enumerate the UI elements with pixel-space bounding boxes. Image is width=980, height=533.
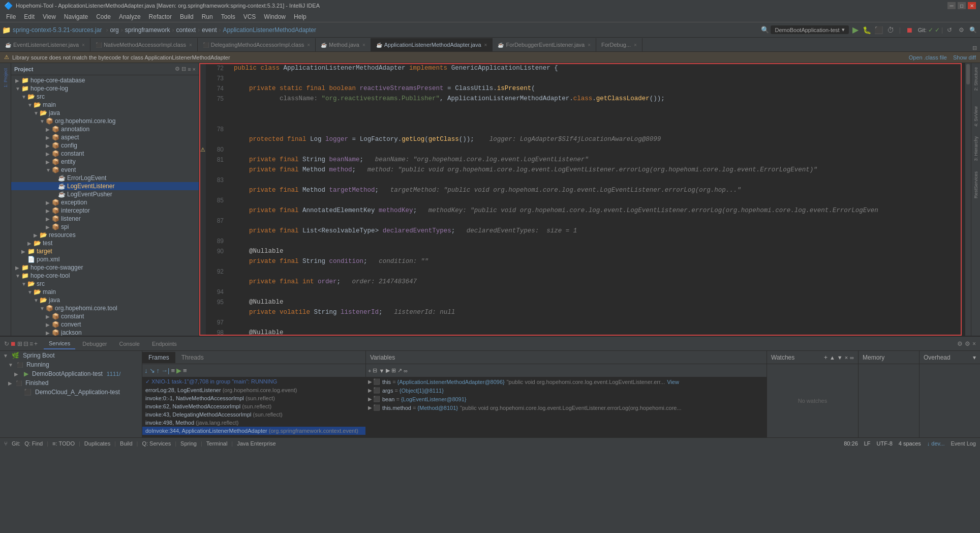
filter-button[interactable]: ⊟ (23, 340, 28, 347)
build-label[interactable]: Build (120, 440, 132, 447)
tree-item-resources[interactable]: ▶ 📂 resources (11, 231, 199, 239)
stop-all-button[interactable]: ⏹ (10, 340, 16, 347)
frame-invoke0[interactable]: invoke:0:-1, NativeMethodAccessorImpl (s… (142, 394, 365, 402)
bottom-tab-debugger[interactable]: Debugger (77, 339, 112, 349)
show-diff-link[interactable]: Show diff (953, 54, 976, 61)
tree-item-convert[interactable]: ▶ 📦 convert (11, 320, 199, 329)
breadcrumb-class[interactable]: ApplicationListenerMethodAdapter (223, 26, 316, 34)
tree-item-spi[interactable]: ▶ 📦 spi (11, 223, 199, 231)
var-goto[interactable]: ∞ (404, 368, 408, 374)
add-watch-button[interactable]: + (824, 354, 828, 361)
close-tab-fordebugger[interactable]: × (588, 42, 591, 48)
tab-method[interactable]: ☕ Method.java × (316, 38, 371, 51)
profile-button[interactable]: ⏱ (885, 25, 896, 35)
var-copy[interactable]: ⊞ (391, 367, 396, 374)
tree-close-button[interactable]: × (193, 66, 196, 72)
bottom-tab-services[interactable]: Services (44, 338, 75, 349)
var-this-method[interactable]: ▶ ⬛ this.method = {Method@8101} "public … (366, 403, 767, 412)
menu-build[interactable]: Build (176, 12, 198, 21)
search-button[interactable]: 🔍 (968, 25, 978, 35)
close-tab-delegating[interactable]: × (307, 42, 310, 48)
close-button[interactable]: ✕ (968, 2, 976, 9)
tree-item-java2[interactable]: ▼ 📂 java (11, 296, 199, 304)
tab-nativemethodaccessor[interactable]: ⬛ NativeMethodAccessorImpl.class × (90, 38, 198, 51)
view-link[interactable]: View (667, 379, 679, 385)
settings-button[interactable]: ⚙ (956, 25, 966, 35)
sidebar-icon-restservices[interactable]: RestServices (972, 169, 979, 200)
var-collapse[interactable]: ▶ (386, 367, 390, 374)
svc-democloud[interactable]: ⬛ DemoCloud_A_Application-test (0, 388, 142, 397)
todo-button[interactable]: ≡: TODO (52, 440, 75, 447)
sidebar-icon-hierarchy[interactable]: 3: Hierarchy (972, 134, 979, 163)
tree-item-event[interactable]: ▼ 📦 event (11, 166, 199, 174)
frame-invoke498[interactable]: invoke:498, Method (java.lang.reflect) (142, 419, 365, 427)
maximize-button[interactable]: □ (958, 2, 966, 9)
var-jump[interactable]: ↗ (397, 367, 402, 374)
refresh-button[interactable]: ↻ (4, 340, 9, 347)
code-lines[interactable]: public class ApplicationListenerMethodAd… (228, 63, 965, 336)
branch-label[interactable]: ↓ dev... (927, 440, 945, 447)
tab-fordebug2[interactable]: ForDebug... × (596, 38, 642, 51)
debug-run-cursor[interactable]: →| (161, 367, 169, 374)
tree-item-exception[interactable]: ▶ 📦 exception (11, 198, 199, 206)
bottom-close-button[interactable]: × (972, 340, 976, 347)
minimize-button[interactable]: ─ (947, 2, 956, 9)
tree-item-src2[interactable]: ▼ 📂 src (11, 280, 199, 288)
tree-settings-button[interactable]: ⚙ (175, 66, 180, 72)
tab-applicationlistener[interactable]: ☕ ApplicationListenerMethodAdapter.java … (371, 38, 493, 51)
breadcrumb-event[interactable]: event (202, 26, 217, 34)
debug-button[interactable]: 🐛 (862, 25, 872, 35)
tree-item-aspect[interactable]: ▶ 📦 aspect (11, 133, 199, 141)
svc-finished[interactable]: ▶ ⬛ Finished (0, 378, 142, 388)
debug-step-over[interactable]: ↓ (144, 367, 148, 374)
search-everywhere-icon[interactable]: 🔍 (761, 26, 769, 34)
frame-doinvoke[interactable]: doInvoke:344, ApplicationListenerMethodA… (142, 427, 365, 435)
svc-springboot[interactable]: ▼ 🌿 Spring Boot (0, 351, 142, 360)
close-tab-applistener[interactable]: × (484, 42, 487, 48)
run-config-selector[interactable]: DemoBootApplication-test ▾ (771, 25, 848, 34)
breadcrumb-context[interactable]: context (176, 26, 196, 34)
tree-item-logeventpusher[interactable]: ☕ LogEventPusher (11, 190, 199, 198)
menu-analyze[interactable]: Analyze (115, 12, 145, 21)
terminal-label[interactable]: Terminal (206, 440, 228, 447)
split-editor-button[interactable]: ⊟ (972, 45, 977, 51)
menu-refactor[interactable]: Refactor (145, 12, 176, 21)
vertical-scrollbar[interactable] (965, 63, 971, 336)
sidebar-icon-structure[interactable]: 2: Structure (972, 65, 979, 93)
close-tab-native[interactable]: × (189, 42, 192, 48)
tab-eventlistener[interactable]: ☕ EventListenerListener.java × (0, 38, 90, 51)
tree-item-hope-core-database[interactable]: ▶ 📁 hope-core-database (11, 76, 199, 84)
debug-settings3[interactable]: ≡ (183, 367, 187, 374)
tree-item-main[interactable]: ▼ 📂 main (11, 101, 199, 109)
tree-collapse-button[interactable]: ⊟ (181, 66, 186, 72)
tree-item-pom[interactable]: 📄 pom.xml (11, 255, 199, 263)
find-button[interactable]: Q: Find (24, 440, 43, 447)
tree-item-src[interactable]: ▼ 📂 src (11, 93, 199, 101)
duplicates-button[interactable]: Duplicates (84, 440, 110, 447)
coverage-button[interactable]: ⬛ (874, 25, 884, 35)
add-button[interactable]: + (34, 340, 38, 347)
tree-item-hope-core-swagger[interactable]: ▶ 📁 hope-core-swagger (11, 263, 199, 272)
spring-label[interactable]: Spring (180, 440, 197, 447)
services-label[interactable]: Q: Services (142, 440, 171, 447)
project-label[interactable]: spring-context-5.3.21-sources.jar (13, 26, 102, 34)
tree-item-org-hopehomi[interactable]: ▼ 📦 org.hopehomi.core.log (11, 117, 199, 125)
var-args[interactable]: ▶ ⬛ args = {Object[1]@8111} (366, 386, 767, 395)
open-class-link[interactable]: Open .class file (909, 54, 947, 61)
menu-navigate[interactable]: Navigate (60, 12, 92, 21)
sidebar-icon-project[interactable]: 1: Project (2, 65, 9, 91)
editor-content[interactable]: ⚠ (199, 63, 971, 336)
menu-vcs[interactable]: VCS (239, 12, 260, 21)
tree-item-jackson[interactable]: ▶ 📦 jackson (11, 329, 199, 336)
sidebar-icon-svview[interactable]: 4: SvView (972, 104, 979, 129)
tree-item-listener[interactable]: ▶ 📦 listener (11, 215, 199, 223)
indent-indicator[interactable]: 4 spaces (899, 440, 921, 447)
event-log-label[interactable]: Event Log (951, 440, 976, 447)
tree-item-logeventlistener[interactable]: ☕ LogEventListener (11, 182, 199, 190)
tab-delegating[interactable]: ⬛ DelegatingMethodAccessorImpl.class × (198, 38, 316, 51)
tree-item-hope-core-log[interactable]: ▼ 📁 hope-core-log (11, 84, 199, 93)
tab-fordebugger[interactable]: ☕ ForDebuggerEventListener.java × (493, 38, 596, 51)
menu-window[interactable]: Window (260, 12, 290, 21)
menu-run[interactable]: Run (198, 12, 217, 21)
java-enterprise-label[interactable]: Java Enterprise (237, 440, 275, 447)
